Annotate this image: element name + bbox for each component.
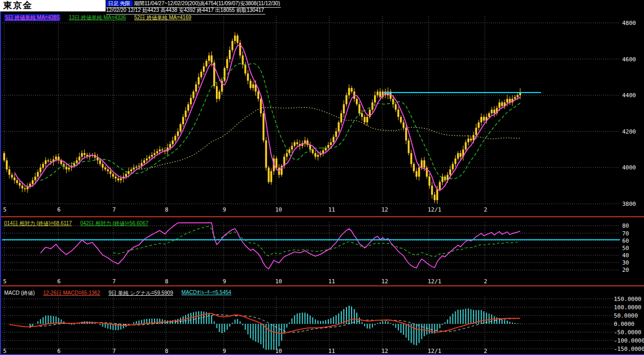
macd-histogram xyxy=(30,306,520,350)
svg-text:4400: 4400 xyxy=(622,92,636,99)
svg-text:0.0000: 0.0000 xyxy=(614,321,635,327)
svg-text:20: 20 xyxy=(622,267,629,273)
quote-info: 12/02/20 12/12 始4423 高4438 安4392 終4417 出… xyxy=(106,7,265,15)
svg-text:11: 11 xyxy=(328,348,335,354)
svg-text:7: 7 xyxy=(112,348,116,354)
horizontal-gridlines-and-y-labels: 4800460044004200400038008070605040302015… xyxy=(2,20,644,352)
instrument-title: 東京金 xyxy=(0,0,106,11)
svg-text:8: 8 xyxy=(165,348,169,354)
legend-item[interactable]: MACD (終値) xyxy=(4,290,35,297)
svg-text:12/1: 12/1 xyxy=(428,206,442,213)
svg-text:6: 6 xyxy=(57,278,61,285)
svg-text:4600: 4600 xyxy=(622,56,636,63)
svg-text:9: 9 xyxy=(223,278,226,285)
svg-text:2: 2 xyxy=(484,206,487,213)
svg-text:50.0000: 50.0000 xyxy=(614,312,638,319)
svg-text:12/1: 12/1 xyxy=(428,278,442,285)
svg-text:40: 40 xyxy=(622,252,629,259)
chart-terminal: 東京金 日足 先限期間11/04/27~12/02/20(200)高4754(1… xyxy=(0,0,644,355)
svg-text:5: 5 xyxy=(3,348,7,354)
svg-text:-100.0000: -100.0000 xyxy=(614,337,644,344)
svg-text:2: 2 xyxy=(484,278,487,285)
svg-text:12/1: 12/1 xyxy=(428,348,442,354)
svg-text:80: 80 xyxy=(622,222,629,229)
rsi-panel xyxy=(2,223,620,269)
legend-item[interactable]: 13日 終値単純 MA=4336 xyxy=(69,14,126,21)
svg-text:8: 8 xyxy=(165,206,169,213)
svg-text:3800: 3800 xyxy=(622,201,636,207)
rsi-legend: 014日 相対力 (終値)=68.6117042日 相対力 (終値)=56.60… xyxy=(4,220,148,227)
svg-text:6: 6 xyxy=(57,348,61,354)
window-frame xyxy=(0,0,644,355)
svg-text:7: 7 xyxy=(112,278,116,285)
svg-text:10: 10 xyxy=(275,278,282,285)
svg-text:100.0000: 100.0000 xyxy=(614,304,641,311)
svg-text:5: 5 xyxy=(3,206,7,213)
svg-text:150.0000: 150.0000 xyxy=(614,296,641,303)
svg-text:-150.0000: -150.0000 xyxy=(614,346,644,352)
price-legend: 5日 終値単純 MA=438513日 終値単純 MA=433652日 終値単純 … xyxy=(4,14,191,21)
macd-panel xyxy=(9,306,520,350)
legend-item[interactable]: 9日 単純 シグナル=59.5909 xyxy=(109,290,173,297)
svg-text:4200: 4200 xyxy=(622,128,636,135)
svg-text:5: 5 xyxy=(3,278,7,285)
legend-item[interactable]: 014日 相対力 (終値)=68.6117 xyxy=(4,220,72,227)
price-panel xyxy=(3,32,541,204)
svg-text:2: 2 xyxy=(484,348,487,354)
svg-text:-50.0000: -50.0000 xyxy=(614,329,641,336)
svg-text:9: 9 xyxy=(223,348,226,354)
legend-item[interactable]: 52日 終値単純 MA=4169 xyxy=(134,14,191,21)
legend-item[interactable]: MACDｵｼﾚｰﾀｰ=5.5454 xyxy=(182,290,231,297)
svg-text:11: 11 xyxy=(328,206,335,213)
legend-item[interactable]: 12-26日 MACD=65.1362 xyxy=(43,290,100,297)
macd-legend: MACD (終値)12-26日 MACD=65.13629日 単純 シグナル=5… xyxy=(4,290,231,297)
chart-info-line2: 12/02/20 12/12 始4423 高4438 安4392 終4417 出… xyxy=(106,7,265,15)
candles xyxy=(3,32,521,204)
period-info: 期間11/04/27~12/02/20(200)高4754(11/09/07)安… xyxy=(134,1,280,6)
svg-text:70: 70 xyxy=(622,230,629,237)
svg-text:30: 30 xyxy=(622,259,629,266)
svg-text:4800: 4800 xyxy=(622,20,636,27)
svg-text:8: 8 xyxy=(165,278,169,285)
svg-text:12: 12 xyxy=(381,348,388,354)
svg-text:12: 12 xyxy=(381,206,388,213)
svg-text:7: 7 xyxy=(112,206,116,213)
chart-info-line1: 日足 先限期間11/04/27~12/02/20(200)高4754(11/09… xyxy=(106,1,281,8)
svg-text:60: 60 xyxy=(622,238,629,244)
x-axis-labels: 5678910111212/125678910111212/1256789101… xyxy=(3,206,487,354)
svg-text:12: 12 xyxy=(381,278,388,285)
svg-text:6: 6 xyxy=(57,206,61,213)
svg-text:4000: 4000 xyxy=(622,164,636,171)
charts-svg: 4800460044004200400038008070605040302015… xyxy=(0,0,644,355)
svg-text:9: 9 xyxy=(223,206,226,213)
legend-item[interactable]: 042日 相対力 (終値)=56.6067 xyxy=(80,220,148,227)
chart-type-chip[interactable]: 日足 先限 xyxy=(106,1,133,6)
svg-text:50: 50 xyxy=(622,245,629,252)
legend-item[interactable]: 5日 終値単純 MA=4385 xyxy=(4,14,60,21)
svg-text:10: 10 xyxy=(275,206,282,213)
svg-text:11: 11 xyxy=(328,278,335,285)
